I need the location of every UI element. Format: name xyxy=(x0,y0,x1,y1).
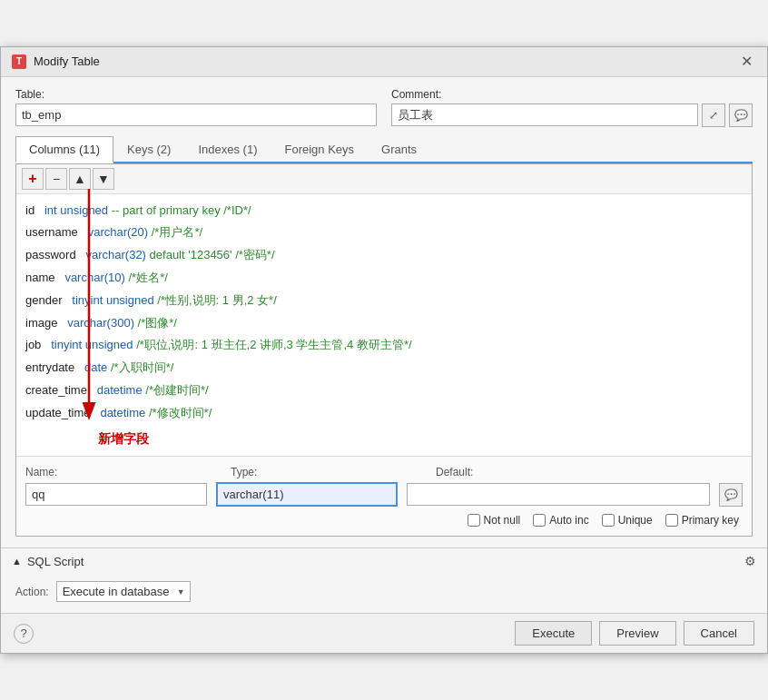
table-row[interactable]: create_time datetime /*创建时间*/ xyxy=(25,380,743,402)
remove-column-button[interactable]: − xyxy=(45,168,67,190)
sql-header[interactable]: ▲ SQL Script ⚙ xyxy=(1,548,767,574)
table-comment-row: Table: Comment: ⤢ 💬 xyxy=(15,88,753,127)
col-comment: /*姓名*/ xyxy=(128,271,167,284)
cancel-button[interactable]: Cancel xyxy=(684,621,754,646)
table-row[interactable]: password varchar(32) default '123456' /*… xyxy=(25,244,743,267)
tab-indexes[interactable]: Indexes (1) xyxy=(184,136,271,163)
field-comment-button[interactable]: 💬 xyxy=(719,483,743,507)
col-name: image xyxy=(25,316,57,330)
col-type: int unsigned xyxy=(44,203,108,217)
main-content: Table: Comment: ⤢ 💬 Columns (11) Keys (2… xyxy=(1,77,767,548)
tabs-bar: Columns (11) Keys (2) Indexes (1) Foreig… xyxy=(15,136,753,163)
col-type: tinyint unsigned xyxy=(72,293,153,307)
table-row[interactable]: job tinyint unsigned /*职位,说明: 1 班主任,2 讲师… xyxy=(25,334,743,357)
col-comment: default '123456' /*密码*/ xyxy=(150,248,275,261)
col-type: varchar(20) xyxy=(88,225,148,239)
col-comment: /*性别,说明: 1 男,2 女*/ xyxy=(157,293,276,307)
app-icon: T xyxy=(12,54,26,69)
not-null-checkbox[interactable] xyxy=(468,514,480,527)
table-row[interactable]: image varchar(300) /*图像*/ xyxy=(25,312,743,335)
comment-expand-button[interactable]: ⤢ xyxy=(702,104,725,127)
tab-grants[interactable]: Grants xyxy=(368,136,430,163)
col-name: gender xyxy=(25,293,62,307)
table-name-group: Table: xyxy=(15,88,377,126)
table-name-input[interactable] xyxy=(15,104,377,126)
modify-table-window: T Modify Table ✕ Table: Comment: ⤢ 💬 Col xyxy=(0,46,768,655)
col-type: datetime xyxy=(100,406,145,419)
action-row: Action: Execute in database Save to file… xyxy=(15,581,753,602)
field-checkboxes: Not null Auto inc Unique Primary key xyxy=(25,514,743,527)
field-editor-labels: Name: Type: Default: xyxy=(25,466,743,478)
preview-button[interactable]: Preview xyxy=(599,621,675,646)
action-select[interactable]: Execute in database Save to file Copy to… xyxy=(56,581,191,602)
title-bar: T Modify Table ✕ xyxy=(1,47,767,77)
col-comment: /*修改时间*/ xyxy=(149,406,212,419)
tab-columns[interactable]: Columns (11) xyxy=(15,136,113,163)
auto-inc-label: Auto inc xyxy=(549,514,588,527)
not-null-checkbox-label[interactable]: Not null xyxy=(468,514,521,527)
execute-button[interactable]: Execute xyxy=(515,621,592,646)
comment-group: Comment: ⤢ 💬 xyxy=(391,88,753,127)
new-field-row: 新增字段 xyxy=(25,425,743,451)
col-comment: /*创建时间*/ xyxy=(145,383,208,397)
sql-section: ▲ SQL Script ⚙ Action: Execute in databa… xyxy=(1,547,767,613)
table-row[interactable]: username varchar(20) /*用户名*/ xyxy=(25,222,743,244)
auto-inc-checkbox-label[interactable]: Auto inc xyxy=(533,514,588,527)
columns-toolbar: + − ▲ ▼ xyxy=(16,164,752,194)
close-button[interactable]: ✕ xyxy=(737,54,756,69)
col-comment: -- part of primary key /*ID*/ xyxy=(112,203,251,217)
col-comment: /*入职时间*/ xyxy=(111,360,173,374)
col-comment: /*图像*/ xyxy=(138,316,177,330)
table-row[interactable]: id int unsigned -- part of primary key /… xyxy=(25,200,743,222)
primary-key-checkbox[interactable] xyxy=(665,514,678,527)
move-down-button[interactable]: ▼ xyxy=(93,168,114,190)
col-name: entrydate xyxy=(25,360,74,374)
gear-icon[interactable]: ⚙ xyxy=(744,554,756,568)
col-name: job xyxy=(25,338,41,351)
table-row[interactable]: name varchar(10) /*姓名*/ xyxy=(25,267,743,290)
col-comment: /*职位,说明: 1 班主任,2 讲师,3 学生主管,4 教研主管*/ xyxy=(136,338,411,351)
col-name: username xyxy=(25,225,78,239)
action-select-wrapper: Execute in database Save to file Copy to… xyxy=(56,581,191,602)
auto-inc-checkbox[interactable] xyxy=(533,514,546,527)
unique-label: Unique xyxy=(618,514,653,527)
field-default-input[interactable] xyxy=(407,483,710,506)
table-label: Table: xyxy=(15,88,377,101)
col-name: password xyxy=(25,248,76,261)
table-row[interactable]: gender tinyint unsigned /*性别,说明: 1 男,2 女… xyxy=(25,290,743,312)
field-editor-inputs: 💬 xyxy=(25,482,743,507)
sql-script-title: SQL Script xyxy=(27,555,84,568)
sql-header-left: ▲ SQL Script xyxy=(12,555,84,568)
col-type: varchar(300) xyxy=(67,316,134,330)
move-up-button[interactable]: ▲ xyxy=(69,168,91,190)
comment-input[interactable] xyxy=(391,104,698,126)
tab-foreign-keys[interactable]: Foreign Keys xyxy=(271,136,368,163)
table-row[interactable]: update_time datetime /*修改时间*/ xyxy=(25,402,743,425)
unique-checkbox[interactable] xyxy=(602,514,615,527)
col-type: tinyint unsigned xyxy=(51,338,133,351)
tab-keys[interactable]: Keys (2) xyxy=(113,136,184,163)
col-type: varchar(32) xyxy=(85,248,145,261)
title-bar-left: T Modify Table xyxy=(12,54,100,69)
new-field-annotation: 新增字段 xyxy=(98,431,149,446)
primary-key-label: Primary key xyxy=(682,514,739,527)
field-type-input[interactable] xyxy=(216,482,398,507)
col-comment: /*用户名*/ xyxy=(152,225,202,239)
add-column-button[interactable]: + xyxy=(22,168,44,190)
action-label: Action: xyxy=(15,586,49,598)
comment-label: Comment: xyxy=(391,88,753,101)
help-button[interactable]: ? xyxy=(14,624,34,644)
field-name-input[interactable] xyxy=(25,483,207,506)
col-type: varchar(10) xyxy=(64,271,124,284)
not-null-label: Not null xyxy=(484,514,521,527)
primary-key-checkbox-label[interactable]: Primary key xyxy=(665,514,739,527)
comment-row: ⤢ 💬 xyxy=(391,104,753,127)
comment-chat-button[interactable]: 💬 xyxy=(729,104,753,127)
col-type: datetime xyxy=(97,383,143,397)
table-row[interactable]: entrydate date /*入职时间*/ xyxy=(25,357,743,380)
columns-list: id int unsigned -- part of primary key /… xyxy=(16,194,752,457)
col-name: update_time xyxy=(25,406,91,419)
type-label: Type: xyxy=(231,466,412,478)
unique-checkbox-label[interactable]: Unique xyxy=(602,514,653,527)
sql-body: Action: Execute in database Save to file… xyxy=(1,574,767,613)
